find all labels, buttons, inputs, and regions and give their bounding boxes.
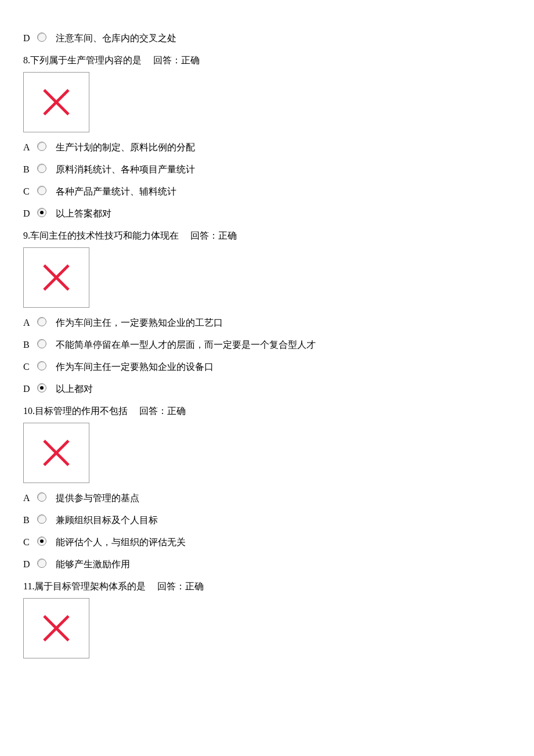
option-radio[interactable] [37,33,46,42]
question-text: 下列属于生产管理内容的是 [30,55,142,65]
option-row: D能够产生激励作用 [23,557,511,571]
radio-dot [40,211,44,214]
question-text: 目标管理的作用不包括 [35,406,128,416]
option-radio[interactable] [37,559,46,568]
option-letter: C [23,360,37,374]
result-label: 回答：正确 [139,406,186,416]
image-placeholder [23,598,89,658]
option-row: B兼顾组织目标及个人目标 [23,513,511,527]
option-row: A提供参与管理的基点 [23,491,511,505]
option-text: 注意车间、仓库内的交叉之处 [56,31,176,45]
result-label: 回答：正确 [157,581,204,591]
option-radio[interactable] [37,186,46,195]
option-radio[interactable] [37,142,46,151]
option-radio[interactable] [37,164,46,173]
option-text: 兼顾组织目标及个人目标 [56,513,158,527]
option-text: 以上都对 [56,382,93,396]
x-icon [39,611,74,646]
option-radio[interactable] [37,514,46,524]
option-row: A作为车间主任，一定要熟知企业的工艺口 [23,316,511,330]
question-line: 9.车间主任的技术性技巧和能力体现在回答：正确 [23,229,511,243]
option-letter: D [23,31,37,45]
option-row: A生产计划的制定、原料比例的分配 [23,141,511,154]
option-radio[interactable] [37,383,46,393]
option-letter: C [23,185,37,199]
question-line: 11.属于目标管理架构体系的是回答：正确 [23,579,511,593]
option-text: 各种产品产量统计、辅料统计 [56,185,176,199]
option-row: B原料消耗统计、各种项目产量统计 [23,163,511,177]
result-label: 回答：正确 [153,55,200,65]
question-number: 8 [23,55,28,65]
option-letter: B [23,163,37,177]
question-text: 属于目标管理架构体系的是 [34,581,146,591]
option-row: C各种产品产量统计、辅料统计 [23,185,511,199]
option-letter: B [23,513,37,527]
option-radio[interactable] [37,208,46,217]
option-text: 提供参与管理的基点 [56,491,139,505]
image-placeholder [23,423,89,483]
x-icon [39,260,74,295]
option-radio[interactable] [37,492,46,502]
image-placeholder [23,72,89,132]
option-row: D以上答案都对 [23,207,511,221]
option-row: C作为车间主任一定要熟知企业的设备口 [23,360,511,374]
question-line: 10.目标管理的作用不包括回答：正确 [23,404,511,418]
radio-dot [40,386,44,390]
option-letter: C [23,535,37,549]
radio-dot [40,539,44,543]
option-letter: D [23,382,37,396]
option-text: 生产计划的制定、原料比例的分配 [56,141,195,154]
option-radio[interactable] [37,537,46,546]
option-letter: A [23,491,37,505]
option-letter: B [23,338,37,352]
question-number: 11 [23,581,32,591]
option-radio[interactable] [37,317,46,326]
option-text: 作为车间主任一定要熟知企业的设备口 [56,360,214,374]
option-letter: D [23,207,37,221]
option-row: C能评估个人，与组织的评估无关 [23,535,511,549]
option-letter: A [23,141,37,154]
option-text: 原料消耗统计、各种项目产量统计 [56,163,195,177]
x-icon [39,85,74,120]
option-radio[interactable] [37,339,46,348]
question-number: 9 [23,231,28,240]
image-placeholder [23,247,89,308]
option-row: B不能简单停留在单一型人才的层面，而一定要是一个复合型人才 [23,338,511,352]
option-text: 不能简单停留在单一型人才的层面，而一定要是一个复合型人才 [56,338,316,352]
option-text: 以上答案都对 [56,207,111,221]
question-line: 8.下列属于生产管理内容的是回答：正确 [23,53,511,67]
question-number: 10 [23,406,33,416]
result-label: 回答：正确 [190,231,237,240]
question-text: 车间主任的技术性技巧和能力体现在 [30,231,179,240]
option-text: 作为车间主任，一定要熟知企业的工艺口 [56,316,223,330]
option-radio[interactable] [37,361,46,370]
option-text: 能够产生激励作用 [56,557,130,571]
option-letter: D [23,557,37,571]
option-letter: A [23,316,37,330]
option-row: D以上都对 [23,382,511,396]
option-row: D注意车间、仓库内的交叉之处 [23,31,511,45]
x-icon [39,435,74,470]
option-text: 能评估个人，与组织的评估无关 [56,535,186,549]
